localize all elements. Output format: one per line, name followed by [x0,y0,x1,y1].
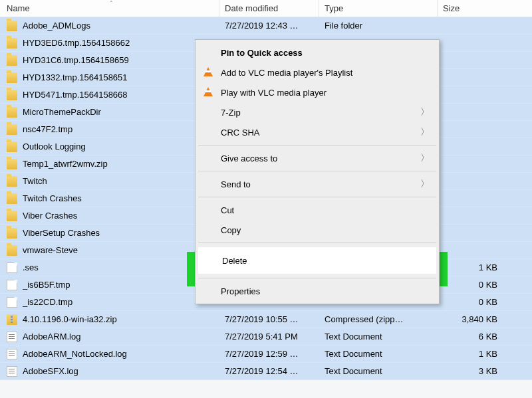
file-size [438,104,517,120]
table-row[interactable]: Adobe_ADMLogs7/27/2019 12:43 …File folde… [0,17,532,35]
file-icon [7,280,17,290]
header-name[interactable]: Name ˄ [0,0,219,17]
log-icon [7,332,17,342]
header-type-label: Type [325,3,343,13]
column-headers: Name ˄ Date modified Type Size [0,0,532,17]
menu-send-to[interactable]: Send to 〉 [197,174,438,194]
file-size [438,138,517,155]
file-size [438,17,517,34]
file-name: vmware-Steve [23,245,78,255]
file-date: 7/27/2019 10:55 … [219,311,319,328]
log-icon [7,349,17,359]
table-row[interactable]: AdobeARM.log7/27/2019 5:41 PMText Docume… [0,328,532,346]
header-size-label: Size [443,3,460,13]
menu-label: CRC SHA [221,128,260,138]
file-name: Twitch Crashes [23,193,82,203]
file-date: 7/27/2019 5:41 PM [219,328,319,345]
menu-label: 7-Zip [221,108,241,118]
menu-delete[interactable]: Delete [198,247,436,274]
menu-label: Cut [221,205,234,215]
menu-play-with-vlc[interactable]: Play with VLC media player [197,82,438,102]
menu-label: Add to VLC media player's Playlist [221,68,352,78]
menu-give-access-to[interactable]: Give access to 〉 [197,148,438,168]
file-name: MicroThemePackDir [23,107,101,117]
menu-separator [198,243,436,243]
file-name: .ses [23,262,39,272]
folder-icon [7,142,17,152]
file-icon [7,297,17,308]
file-size [438,225,517,241]
header-size[interactable]: Size [438,0,517,17]
folder-icon [7,38,17,49]
chevron-right-icon: 〉 [420,106,430,118]
file-size: 0 KB [438,294,517,310]
header-type[interactable]: Type [319,0,438,17]
file-size [438,52,517,68]
chevron-right-icon: 〉 [420,152,430,164]
folder-icon [7,124,17,135]
file-size [438,155,517,172]
file-size [438,69,517,86]
file-size [438,86,517,103]
file-type: Compressed (zipp… [319,311,438,328]
file-type: Text Document [319,328,438,345]
menu-label: Play with VLC media player [221,88,327,98]
file-size [438,242,517,258]
folder-icon [7,245,17,256]
folder-icon [7,72,17,83]
file-size [438,35,517,51]
zip-icon [7,314,17,325]
folder-icon [7,90,17,100]
header-date-label: Date modified [225,3,278,13]
menu-label: Properties [221,286,260,296]
file-type: Text Document [319,346,438,362]
table-row[interactable]: AdobeSFX.log7/27/2019 12:54 …Text Docume… [0,363,532,380]
file-date: 7/27/2019 12:43 … [219,17,319,34]
menu-separator [198,197,436,197]
file-name: Outlook Logging [23,142,86,151]
log-icon [7,366,17,377]
menu-label: Delete [222,256,247,266]
file-name: AdobeSFX.log [23,366,78,376]
file-size: 6 KB [438,328,517,345]
file-size: 1 KB [438,346,517,362]
file-name: AdobeARM.log [23,332,80,342]
vlc-cone-icon [203,87,213,96]
menu-separator [198,145,436,146]
menu-properties[interactable]: Properties [197,281,438,301]
file-size [438,121,517,138]
folder-icon [7,211,17,221]
file-icon [7,262,17,273]
file-name: Viber Crashes [23,211,77,221]
header-date[interactable]: Date modified [219,0,319,17]
menu-add-to-vlc-playlist[interactable]: Add to VLC media player's Playlist [197,62,438,82]
file-date: 7/27/2019 12:59 … [219,346,319,362]
menu-cut[interactable]: Cut [197,200,438,220]
file-size: 3,840 KB [438,311,517,328]
file-name: ViberSetup Crashes [23,228,100,238]
folder-icon [7,107,17,118]
menu-crc-sha[interactable]: CRC SHA 〉 [197,122,438,142]
menu-label: Copy [221,225,241,235]
file-size [438,173,517,189]
file-name: _is6B5F.tmp [23,280,70,290]
menu-copy[interactable]: Copy [197,220,438,240]
folder-icon [7,55,17,66]
table-row[interactable]: 4.10.1196.0-win-ia32.zip7/27/2019 10:55 … [0,311,532,328]
menu-separator [198,278,436,278]
file-name: _is22CD.tmp [23,297,72,307]
file-size: 0 KB [438,276,517,293]
vlc-cone-icon [203,67,213,76]
table-row[interactable]: AdobeARM_NotLocked.log7/27/2019 12:59 …T… [0,346,532,363]
file-name: 4.10.1196.0-win-ia32.zip [23,314,117,324]
menu-pin-to-quick-access[interactable]: Pin to Quick access [197,43,438,62]
context-menu: Pin to Quick access Add to VLC media pla… [195,39,440,304]
file-name: AdobeARM_NotLocked.log [23,349,127,359]
menu-7zip[interactable]: 7-Zip 〉 [197,102,438,122]
folder-icon [7,228,17,239]
file-size: 1 KB [438,259,517,276]
file-name: HYD5471.tmp.1564158668 [23,90,128,100]
folder-icon [7,176,17,187]
menu-label: Pin to Quick access [221,48,303,58]
file-size [438,190,517,207]
